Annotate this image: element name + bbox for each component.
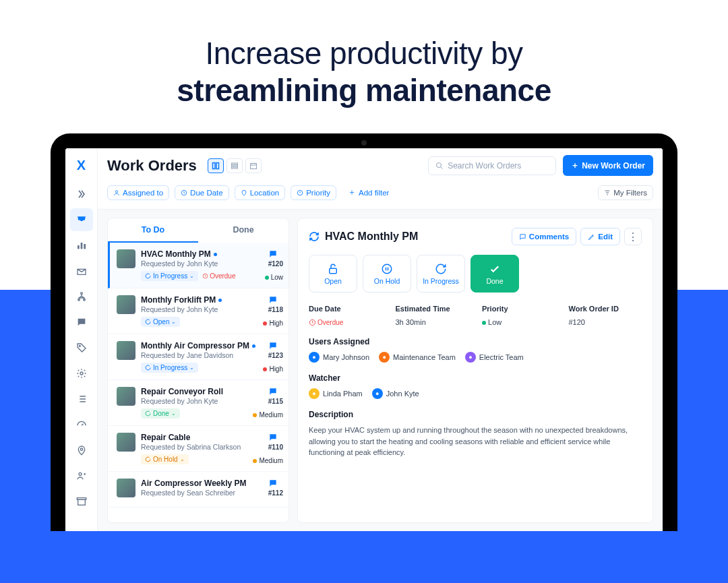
view-calendar[interactable] [245, 158, 262, 173]
new-work-order-button[interactable]: ＋ New Work Order [563, 155, 653, 176]
progress-icon [435, 263, 447, 275]
filter-due[interactable]: Due Date [175, 185, 229, 200]
sidebar-requests[interactable] [70, 259, 93, 282]
status-progress[interactable]: In Progress [417, 255, 465, 293]
avatar: ● [465, 352, 476, 363]
tab-todo[interactable]: To Do [108, 218, 198, 243]
svg-rect-12 [216, 162, 219, 168]
work-order-item[interactable]: Air Compressor Weekly PM Requested by Se… [108, 472, 289, 508]
avatar: ● [309, 352, 320, 363]
chat-icon [268, 249, 283, 259]
svg-point-8 [80, 448, 82, 450]
sidebar-gauge[interactable] [70, 413, 93, 436]
sidebar-assets[interactable] [70, 285, 93, 308]
status-pill[interactable]: In Progress [141, 271, 198, 281]
work-order-thumbnail [117, 479, 135, 497]
view-list[interactable] [226, 158, 243, 173]
filter-priority[interactable]: Priority [291, 185, 336, 200]
filter-bar: Assigned to Due Date Location Priority ＋… [98, 180, 663, 210]
unread-dot [218, 299, 222, 302]
work-order-requester: Requested by John Kyte [141, 397, 282, 405]
work-order-title: Air Compressor Weekly PM [141, 479, 282, 488]
search-icon [435, 162, 444, 170]
svg-point-5 [83, 299, 85, 301]
my-filters-button[interactable]: My Filters [598, 185, 653, 200]
svg-point-4 [78, 299, 80, 301]
view-kanban[interactable] [208, 158, 224, 173]
filter-location[interactable]: Location [235, 185, 285, 200]
info-grid: Due Date Estimated Time Priority Work Or… [309, 305, 642, 326]
work-order-title: Monthly Forklift PM [141, 295, 282, 305]
value-id: #120 [569, 315, 642, 326]
status-pill[interactable]: Open [141, 317, 180, 327]
svg-point-18 [115, 191, 117, 193]
work-order-meta: #110 [268, 433, 283, 451]
sidebar-list[interactable] [70, 388, 93, 410]
status-pill[interactable]: Done [141, 408, 180, 419]
edit-button[interactable]: Edit [580, 228, 620, 245]
work-order-item[interactable]: HVAC Monthly PM Requested by John Kyte I… [108, 243, 289, 288]
work-order-number: #110 [268, 443, 283, 451]
sidebar: X [65, 148, 98, 531]
work-order-title: Repair Cable [141, 433, 282, 442]
description-section: Description Keep your HVAC system up and… [309, 410, 642, 458]
svg-point-23 [382, 264, 392, 274]
work-order-number: #120 [268, 260, 283, 268]
avatar: ● [309, 388, 320, 399]
work-order-number: #123 [268, 352, 283, 359]
label-due: Due Date [309, 305, 382, 313]
detail-title: HVAC Monthly PM [325, 231, 418, 243]
svg-point-7 [80, 372, 83, 375]
svg-rect-0 [78, 245, 80, 249]
work-order-number: #118 [268, 306, 283, 313]
unread-dot [252, 344, 255, 348]
work-order-item[interactable]: Monthly Air Compressor PM Requested by J… [108, 334, 289, 380]
chat-icon [268, 433, 283, 442]
work-order-item[interactable]: Monthly Forklift PM Requested by John Ky… [108, 288, 289, 334]
work-order-item[interactable]: Repair Conveyor Roll Requested by John K… [108, 380, 289, 426]
add-filter-button[interactable]: ＋ Add filter [342, 184, 395, 201]
work-order-requester: Requested by Sean Schreiber [141, 489, 282, 497]
comments-button[interactable]: Comments [512, 228, 576, 245]
app-screen: X Work Orders [65, 148, 663, 531]
work-order-item[interactable]: Repair Cable Requested by Sabrina Clarks… [108, 426, 289, 472]
status-open[interactable]: Open [309, 255, 357, 293]
priority-badge: High [263, 365, 283, 373]
work-order-meta: #115 [268, 387, 283, 405]
sidebar-settings[interactable] [70, 362, 93, 385]
user-chip: ●John Kyte [372, 388, 419, 399]
user-chip: ●Linda Pham [309, 388, 363, 399]
work-order-meta: #118 [268, 295, 283, 313]
sidebar-messages[interactable] [70, 311, 93, 334]
svg-point-6 [79, 346, 80, 347]
chat-icon [268, 295, 283, 305]
users-assigned-section: Users Assigned ●Mary Johnson●Maintenance… [309, 337, 642, 363]
detail-header: HVAC Monthly PM Comments Edit ⋮ [309, 228, 642, 245]
work-order-requester: Requested by John Kyte [141, 259, 282, 268]
sidebar-inbox[interactable] [70, 208, 93, 231]
value-est: 3h 30min [396, 315, 469, 326]
label-prio: Priority [482, 305, 555, 313]
app-logo: X [77, 154, 86, 180]
filter-assigned[interactable]: Assigned to [107, 185, 169, 200]
more-button[interactable]: ⋮ [624, 228, 642, 245]
label-est: Estimated Time [396, 305, 469, 313]
refresh-icon[interactable] [309, 231, 320, 242]
sidebar-people[interactable] [70, 464, 93, 487]
view-toggles [208, 158, 262, 173]
search-input[interactable]: Search Work Orders [428, 156, 556, 175]
tab-done[interactable]: Done [198, 218, 289, 243]
sidebar-analytics[interactable] [70, 234, 93, 257]
sidebar-archive[interactable] [70, 490, 93, 513]
work-order-requester: Requested by John Kyte [141, 305, 282, 313]
work-order-meta: #112 [268, 479, 283, 497]
status-done[interactable]: Done [471, 255, 519, 293]
svg-rect-1 [80, 243, 82, 249]
sidebar-expand[interactable] [70, 183, 93, 206]
hero-heading: Increase productivity bystreamlining mai… [0, 0, 728, 133]
status-pill[interactable]: In Progress [141, 363, 198, 373]
sidebar-tags[interactable] [70, 336, 93, 359]
sidebar-location[interactable] [70, 439, 93, 462]
status-pill[interactable]: On Hold [141, 454, 189, 464]
status-hold[interactable]: On Hold [363, 255, 411, 293]
